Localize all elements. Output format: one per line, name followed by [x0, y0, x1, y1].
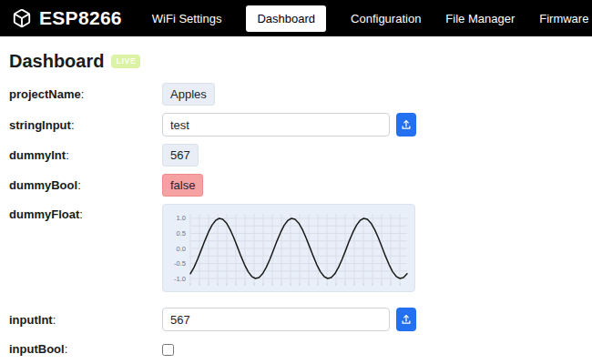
svg-text:-1.0: -1.0 [174, 275, 186, 283]
box-3d-icon [12, 8, 32, 28]
field-label: inputInt: [9, 313, 162, 327]
inputint-field[interactable] [162, 308, 390, 331]
dummyfloat-line-chart: 1.00.50.0-0.5-1.0 [162, 204, 415, 292]
field-label: dummyBool: [9, 178, 162, 192]
inputbool-checkbox[interactable] [162, 344, 174, 356]
field-label: dummyFloat: [9, 204, 162, 221]
page-title: Dashboard LIVE [9, 51, 583, 72]
nav-item-wifi-settings[interactable]: WiFi Settings [152, 12, 222, 25]
dummyfloat-chart-svg: 1.00.50.0-0.5-1.0 [163, 205, 414, 291]
field-row-inputint: inputInt: [9, 308, 583, 331]
inputint-save-button[interactable] [396, 308, 416, 331]
dummyint-value-badge: 567 [162, 144, 199, 167]
live-status-badge: LIVE [111, 55, 140, 68]
page-title-text: Dashboard [9, 51, 104, 72]
brand: ESP8266 [12, 7, 122, 29]
field-label: projectName: [9, 87, 162, 101]
upload-icon [401, 119, 412, 130]
field-row-dummyint: dummyInt: 567 [9, 144, 583, 167]
nav-item-dashboard[interactable]: Dashboard [246, 5, 326, 32]
svg-text:0.5: 0.5 [177, 229, 186, 238]
dummybool-value-badge: false [162, 174, 203, 197]
field-row-inputbool: inputBool: [9, 342, 583, 356]
navbar: ESP8266 WiFi Settings Dashboard Configur… [0, 0, 592, 36]
nav-item-firmware-update[interactable]: Firmware Update [539, 12, 592, 25]
field-label: stringInput: [9, 118, 162, 132]
projectname-value-badge: Apples [162, 83, 215, 106]
nav-links: WiFi Settings Dashboard Configuration Fi… [152, 5, 592, 32]
svg-text:-0.5: -0.5 [174, 259, 186, 268]
nav-item-file-manager[interactable]: File Manager [445, 12, 515, 25]
nav-item-configuration[interactable]: Configuration [351, 12, 421, 25]
upload-icon [401, 314, 412, 325]
dashboard-content: Dashboard LIVE projectName: Apples strin… [0, 51, 592, 356]
svg-text:1.0: 1.0 [177, 214, 186, 222]
brand-title: ESP8266 [39, 7, 122, 29]
stringinput-save-button[interactable] [396, 113, 416, 136]
field-row-dummybool: dummyBool: false [9, 174, 583, 197]
field-label: dummyInt: [9, 148, 162, 162]
field-row-stringinput: stringInput: [9, 113, 583, 136]
field-row-projectname: projectName: Apples [9, 83, 583, 106]
field-label: inputBool: [9, 342, 162, 356]
stringinput-field[interactable] [162, 113, 390, 136]
field-row-dummyfloat: dummyFloat: 1.00.50.0-0.5-1.0 [9, 204, 583, 292]
svg-text:0.0: 0.0 [177, 245, 186, 253]
